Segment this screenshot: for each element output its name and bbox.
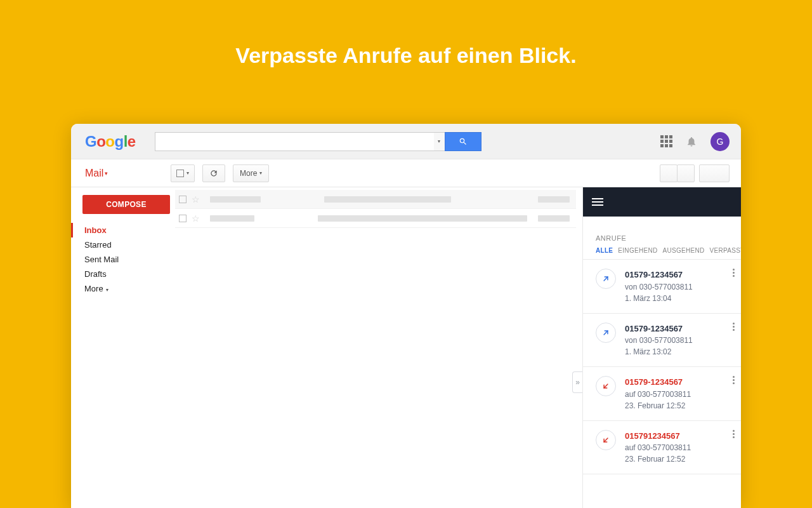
chevron-down-icon: ▾ (187, 170, 189, 176)
calls-panel: ANRUFE ALLE EINGEHEND AUSGEHEND VERPASST… (582, 187, 741, 508)
topbar: Google ▾ G (71, 124, 741, 159)
arrow-in-icon (596, 376, 616, 396)
mail-list: ☆ ☆ (175, 187, 582, 508)
call-item-menu-icon[interactable] (733, 430, 735, 438)
arrow-in-icon (596, 430, 616, 450)
sidebar-item-drafts[interactable]: Drafts (71, 267, 175, 281)
mail-row[interactable]: ☆ (175, 209, 576, 228)
sender-placeholder (210, 215, 254, 222)
hamburger-menu-icon[interactable] (592, 198, 603, 206)
call-subline: von 030-577003811 (625, 335, 693, 346)
call-number: 01579-1234567 (625, 269, 693, 281)
search-bar: ▾ (155, 132, 481, 151)
google-logo[interactable]: Google (85, 133, 136, 150)
calls-tab-ausgehend[interactable]: AUSGEHEND (662, 247, 704, 254)
call-item[interactable]: 01579-1234567von 030-5770038111. März 13… (583, 314, 741, 368)
call-time: 1. März 13:02 (625, 346, 693, 358)
refresh-icon (209, 169, 218, 178)
account-avatar[interactable]: G (710, 132, 730, 151)
time-placeholder (538, 215, 570, 222)
more-button[interactable]: More ▾ (233, 164, 269, 182)
body: COMPOSE Inbox Starred Sent Mail Drafts M… (71, 187, 741, 508)
call-info: 01579-1234567von 030-5770038111. März 13… (625, 323, 693, 358)
call-list: 01579-1234567von 030-5770038111. März 13… (583, 260, 741, 508)
mail-dropdown[interactable]: Mail▾ (85, 168, 171, 179)
calls-tab-eingehend[interactable]: EINGEHEND (618, 247, 657, 254)
calls-tab-verpasst[interactable]: VERPASST (710, 247, 741, 254)
logo-letter: g (115, 133, 124, 150)
notifications-icon[interactable] (685, 135, 698, 148)
call-item-menu-icon[interactable] (733, 376, 735, 384)
search-button[interactable] (445, 132, 481, 151)
sidebar-item-starred[interactable]: Starred (71, 237, 175, 252)
sidebar-item-inbox[interactable]: Inbox (71, 223, 175, 237)
refresh-button[interactable] (202, 164, 225, 182)
row-checkbox[interactable] (179, 196, 187, 203)
arrow-out-icon (596, 269, 616, 289)
call-subline: auf 030-577003811 (625, 389, 691, 400)
chevron-down-icon: ▾ (105, 287, 108, 293)
call-info: 015791234567auf 030-57700381123. Februar… (625, 430, 691, 465)
compose-button[interactable]: COMPOSE (82, 195, 170, 214)
star-icon[interactable]: ☆ (192, 213, 200, 224)
apps-icon[interactable] (660, 135, 672, 148)
sidebar-item-label: More (84, 284, 103, 293)
app-window: Google ▾ G Mail▾ ▾ More ▾ (71, 124, 741, 508)
call-subline: von 030-577003811 (625, 281, 693, 293)
logo-letter: o (105, 133, 114, 150)
toolbar: Mail▾ ▾ More ▾ (71, 159, 741, 187)
pager-prev-button[interactable] (660, 164, 678, 182)
call-item-menu-icon[interactable] (733, 269, 735, 277)
calls-section-title: ANRUFE (583, 217, 741, 247)
call-info: 01579-1234567von 030-5770038111. März 13… (625, 269, 693, 304)
select-all-checkbox[interactable]: ▾ (171, 164, 195, 182)
logo-letter: G (85, 133, 96, 150)
collapse-panel-toggle[interactable]: » (572, 371, 582, 393)
call-number: 01579-1234567 (625, 323, 693, 335)
call-number: 01579-1234567 (625, 376, 691, 389)
row-checkbox[interactable] (179, 215, 187, 222)
call-item[interactable]: 01579-1234567von 030-5770038111. März 13… (583, 260, 741, 314)
settings-button[interactable] (699, 164, 730, 182)
subject-placeholder (324, 196, 451, 203)
call-item[interactable]: 01579-1234567auf 030-57700381123. Februa… (583, 367, 741, 421)
pager-next-button[interactable] (677, 164, 695, 182)
time-placeholder (538, 196, 570, 203)
more-label: More (240, 169, 257, 178)
arrow-out-icon (596, 323, 616, 343)
hero-title: Verpasste Anrufe auf einen Blick. (0, 0, 812, 68)
search-input[interactable] (155, 132, 434, 151)
sidebar-item-sent-mail[interactable]: Sent Mail (71, 252, 175, 267)
calls-panel-header (583, 187, 741, 217)
logo-letter: e (128, 133, 136, 150)
call-number: 015791234567 (625, 430, 691, 443)
call-subline: auf 030-577003811 (625, 442, 691, 453)
sender-placeholder (210, 196, 261, 203)
sidebar-item-more[interactable]: More ▾ (71, 281, 175, 296)
mail-label-text: Mail (85, 168, 103, 178)
subject-placeholder (318, 215, 527, 222)
search-icon (459, 137, 468, 146)
chevron-down-icon: ▾ (105, 170, 108, 177)
chevron-down-icon: ▾ (259, 170, 262, 176)
calls-tab-alle[interactable]: ALLE (596, 247, 613, 254)
call-time: 23. Februar 12:52 (625, 453, 691, 465)
chevron-right-icon: » (575, 378, 580, 387)
mail-row[interactable]: ☆ (175, 190, 576, 209)
star-icon[interactable]: ☆ (192, 194, 200, 204)
call-info: 01579-1234567auf 030-57700381123. Februa… (625, 376, 691, 411)
call-time: 1. März 13:04 (625, 293, 693, 304)
sidebar: COMPOSE Inbox Starred Sent Mail Drafts M… (71, 187, 175, 508)
call-item-menu-icon[interactable] (733, 323, 735, 331)
call-time: 23. Februar 12:52 (625, 400, 691, 411)
calls-tabs: ALLE EINGEHEND AUSGEHEND VERPASST VOICEM… (583, 247, 741, 260)
call-item[interactable]: 015791234567auf 030-57700381123. Februar… (583, 421, 741, 475)
logo-letter: o (96, 133, 105, 150)
search-dropdown-toggle[interactable]: ▾ (434, 132, 445, 151)
